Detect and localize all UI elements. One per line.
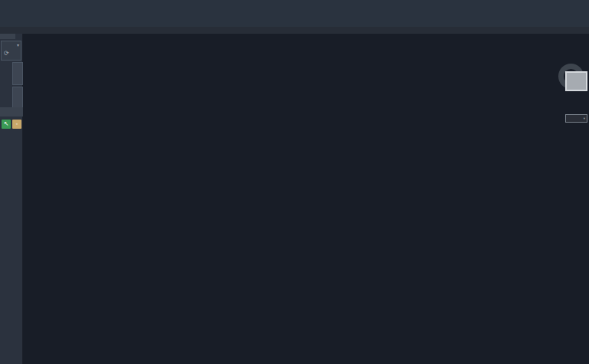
drawing-canvas[interactable] [23,34,589,364]
chevron-down-icon[interactable]: ▾ [17,42,19,48]
wcs-menu[interactable]: ▾ [565,114,587,123]
ribbon-edge [0,27,589,34]
sheet-selector[interactable]: ▾ ⟳ [1,41,21,61]
autocad-window: ▾ ⟳ ↖ ◦ ▾ [0,0,589,364]
tab-sheet-list[interactable] [12,62,23,85]
palette-strip [0,34,15,39]
sheet-set-palette: ▾ ⟳ ↖ ◦ [0,34,23,364]
new-sheet-icon[interactable]: ◦ [12,120,21,129]
model-space[interactable] [23,34,589,364]
tab-sheet-views[interactable] [12,87,23,110]
cursor-select-icon[interactable]: ↖ [2,120,11,129]
ribbon [0,0,589,27]
refresh-icon[interactable]: ⟳ [4,50,9,57]
palette-header [0,107,23,116]
viewcube-top-face[interactable] [565,71,587,91]
